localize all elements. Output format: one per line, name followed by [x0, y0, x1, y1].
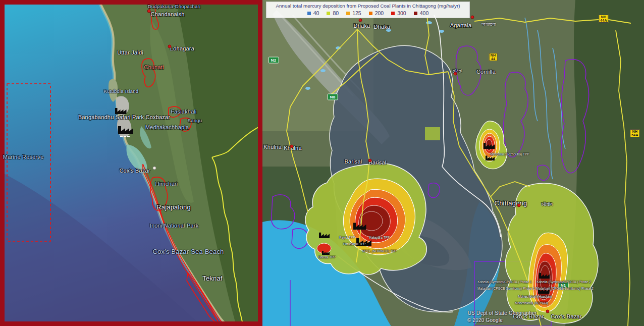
legend-swatch	[307, 12, 311, 15]
legend-value: 300	[397, 10, 406, 16]
plant-marker-dash	[124, 136, 126, 137]
legend-item: 400	[414, 10, 429, 16]
plant-marker-dash	[120, 136, 123, 137]
legend-box: Annual total mercury deposition from Pro…	[266, 2, 470, 18]
deposition-zone-300	[317, 243, 331, 253]
mercury-deposition-map[interactable]: Annual total mercury deposition from Pro…	[262, 0, 644, 326]
deposition-zone-400	[359, 205, 391, 237]
legend-swatch	[369, 12, 372, 15]
legend-value: 80	[333, 10, 339, 16]
screenshot-root: Annual total mercury deposition from Pro…	[0, 0, 644, 326]
legend-title: Annual total mercury deposition from Pro…	[268, 3, 468, 9]
legend-value: 400	[420, 10, 429, 16]
legend-value: 40	[313, 10, 319, 16]
legend-value: 125	[352, 10, 361, 16]
left-map-art	[0, 0, 262, 326]
legend-swatch	[327, 12, 330, 15]
plant-marker-dash	[127, 136, 130, 137]
legend-item: 200	[369, 10, 384, 16]
legend-swatch	[391, 12, 395, 15]
cox-bazar-satellite-map[interactable]	[0, 0, 262, 326]
legend-swatch	[414, 12, 417, 15]
legend-item: 300	[391, 10, 406, 16]
legend-items: 4080125200300400	[268, 10, 468, 16]
legend-item: 80	[327, 10, 339, 16]
legend-value: 200	[375, 10, 384, 16]
right-map-art	[262, 0, 644, 326]
deposition-zone-80	[425, 127, 440, 140]
legend-item: 125	[346, 10, 361, 16]
legend-item: 40	[307, 10, 319, 16]
legend-swatch	[346, 12, 350, 15]
